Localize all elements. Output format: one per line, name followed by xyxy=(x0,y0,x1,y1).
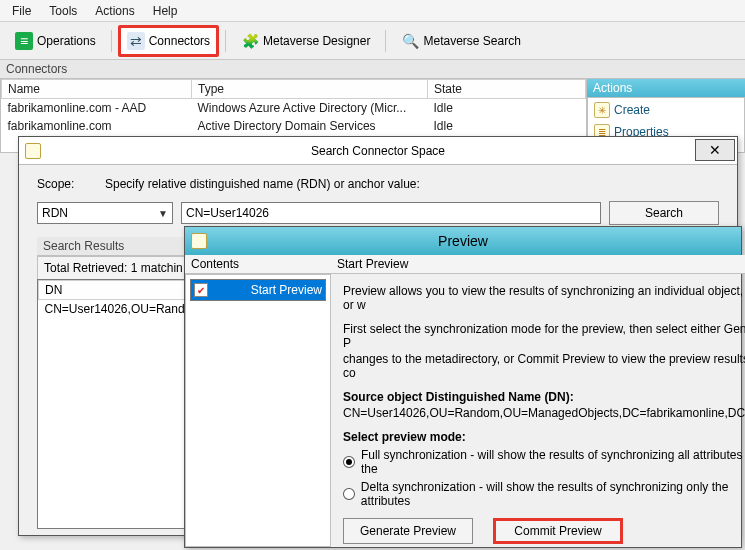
chevron-down-icon: ▼ xyxy=(158,208,168,219)
dn-label: Source object Distinguished Name (DN): xyxy=(343,390,745,404)
scope-value: RDN xyxy=(42,206,68,220)
preview-intro: Preview allows you to view the results o… xyxy=(343,284,745,312)
preview-intro2b: changes to the metadirectory, or Commit … xyxy=(343,352,745,380)
toolbar-operations[interactable]: ≡ Operations xyxy=(6,25,105,57)
search-icon: 🔍 xyxy=(401,32,419,50)
radio-delta-sync[interactable]: Delta synchronization - will show the re… xyxy=(343,480,745,508)
toolbar-metaverse-designer[interactable]: 🧩 Metaverse Designer xyxy=(232,25,379,57)
start-preview-header: Start Preview xyxy=(331,255,745,274)
separator xyxy=(111,30,112,52)
separator xyxy=(225,30,226,52)
connectors-icon: ⇄ xyxy=(127,32,145,50)
toolbar-mv-search-label: Metaverse Search xyxy=(423,34,520,48)
dialog-icon xyxy=(191,233,207,249)
col-state[interactable]: State xyxy=(428,80,586,99)
radio-full-label: Full synchronization - will show the res… xyxy=(361,448,745,476)
dialog-titlebar: Search Connector Space ✕ xyxy=(19,137,737,165)
menu-bar: File Tools Actions Help xyxy=(0,0,745,22)
contents-list: ✔ Start Preview xyxy=(185,274,331,547)
preview-intro2a: First select the synchronization mode fo… xyxy=(343,322,745,350)
dialog-title-text: Search Connector Space xyxy=(311,144,445,158)
contents-header: Contents xyxy=(185,255,331,274)
separator xyxy=(385,30,386,52)
scope-select[interactable]: RDN ▼ xyxy=(37,202,173,224)
connectors-panel-title: Connectors xyxy=(0,60,745,79)
menu-file[interactable]: File xyxy=(4,2,39,19)
dialog-icon xyxy=(25,143,41,159)
dialog-preview: Preview Contents ✔ Start Preview Start P… xyxy=(184,226,742,548)
commit-preview-button[interactable]: Commit Preview xyxy=(493,518,623,544)
toolbar-connectors-label: Connectors xyxy=(149,34,210,48)
cell-name: fabrikamonline.com xyxy=(2,117,192,135)
scope-label: Scope: xyxy=(37,177,97,191)
create-icon: ✳ xyxy=(594,102,610,118)
metaverse-designer-icon: 🧩 xyxy=(241,32,259,50)
generate-preview-button[interactable]: Generate Preview xyxy=(343,518,473,544)
preview-contents-pane: Contents ✔ Start Preview xyxy=(185,255,331,547)
cell-state: Idle xyxy=(428,117,586,135)
table-row[interactable]: fabrikamonline.com - AAD Windows Azure A… xyxy=(2,99,586,118)
cell-type: Active Directory Domain Services xyxy=(192,117,428,135)
operations-icon: ≡ xyxy=(15,32,33,50)
search-button[interactable]: Search xyxy=(609,201,719,225)
toolbar-mv-designer-label: Metaverse Designer xyxy=(263,34,370,48)
col-type[interactable]: Type xyxy=(192,80,428,99)
toolbar-operations-label: Operations xyxy=(37,34,96,48)
dialog-title-text: Preview xyxy=(438,233,488,249)
scope-instruction: Specify relative distinguished name (RDN… xyxy=(105,177,719,191)
cell-name: fabrikamonline.com - AAD xyxy=(2,99,192,118)
contents-item-start-preview[interactable]: ✔ Start Preview xyxy=(190,279,326,301)
cell-state: Idle xyxy=(428,99,586,118)
close-icon: ✕ xyxy=(709,142,721,158)
radio-delta-label: Delta synchronization - will show the re… xyxy=(361,480,745,508)
preview-detail-pane: Start Preview Preview allows you to view… xyxy=(331,255,745,547)
radio-icon xyxy=(343,488,355,500)
menu-tools[interactable]: Tools xyxy=(41,2,85,19)
rdn-input[interactable] xyxy=(181,202,601,224)
table-row[interactable]: fabrikamonline.com Active Directory Doma… xyxy=(2,117,586,135)
toolbar-connectors[interactable]: ⇄ Connectors xyxy=(118,25,219,57)
menu-help[interactable]: Help xyxy=(145,2,186,19)
toolbar: ≡ Operations ⇄ Connectors 🧩 Metaverse De… xyxy=(0,22,745,60)
action-create-label: Create xyxy=(614,103,650,117)
mode-label: Select preview mode: xyxy=(343,430,745,444)
radio-full-sync[interactable]: Full synchronization - will show the res… xyxy=(343,448,745,476)
check-icon: ✔ xyxy=(194,283,208,297)
toolbar-metaverse-search[interactable]: 🔍 Metaverse Search xyxy=(392,25,529,57)
dialog-titlebar: Preview xyxy=(185,227,741,255)
actions-panel-title: Actions xyxy=(587,79,745,97)
menu-actions[interactable]: Actions xyxy=(87,2,142,19)
contents-item-label: Start Preview xyxy=(251,283,322,297)
dn-value: CN=User14026,OU=Random,OU=ManagedObjects… xyxy=(343,406,745,420)
radio-icon xyxy=(343,456,355,468)
close-button[interactable]: ✕ xyxy=(695,139,735,161)
action-create[interactable]: ✳ Create xyxy=(594,102,738,118)
col-name[interactable]: Name xyxy=(2,80,192,99)
cell-type: Windows Azure Active Directory (Micr... xyxy=(192,99,428,118)
